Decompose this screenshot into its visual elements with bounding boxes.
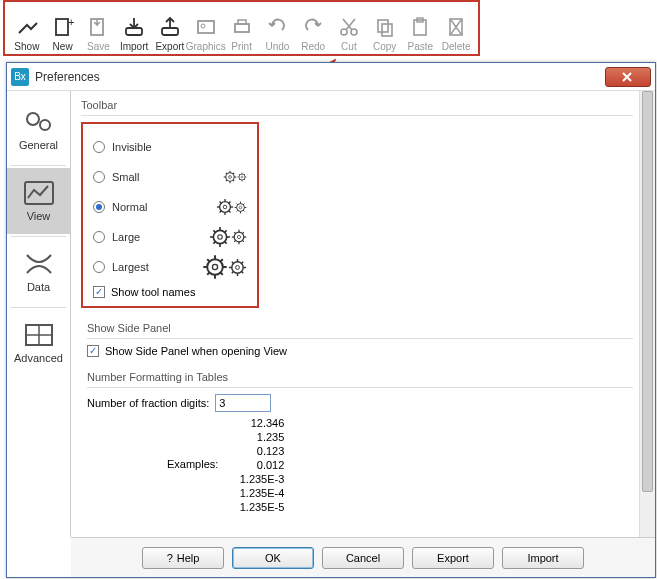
example-value: 1.235 [224, 430, 284, 444]
gear-preview-icon [202, 254, 247, 280]
app-toolbar-callout: Show+NewSaveImportExportGraphicsPrintUnd… [3, 0, 480, 56]
dna-icon [23, 251, 55, 277]
svg-rect-8 [238, 20, 246, 24]
scrollbar[interactable] [639, 91, 655, 537]
ok-button[interactable]: OK [232, 547, 314, 569]
tab-label: General [19, 139, 58, 151]
svg-line-92 [207, 272, 210, 275]
show-tool-names-checkbox[interactable] [93, 286, 105, 298]
gears-icon [23, 109, 55, 135]
export-button[interactable]: Export [412, 547, 494, 569]
toolbar-size-radio-normal[interactable] [93, 201, 105, 213]
svg-point-54 [239, 206, 242, 209]
button-label: OK [265, 552, 281, 564]
tool-label: Print [231, 41, 252, 52]
toolbar-paste[interactable]: Paste [403, 4, 439, 52]
toolbar-save[interactable]: Save [81, 4, 117, 52]
example-value: 1.235E-4 [224, 486, 284, 500]
preferences-dialog: Bx Preferences General View Data [6, 62, 656, 578]
toolbar-show[interactable]: Show [9, 4, 45, 52]
show-side-panel-checkbox[interactable] [87, 345, 99, 357]
toolbar-export[interactable]: Export [152, 4, 188, 52]
example-value: 0.012 [224, 458, 284, 472]
import-button[interactable]: Import [502, 547, 584, 569]
tab-data[interactable]: Data [7, 239, 70, 305]
button-label: Help [177, 552, 200, 564]
svg-text:+: + [68, 16, 74, 28]
radio-label: Normal [112, 201, 147, 213]
svg-line-50 [229, 211, 231, 213]
example-value: 1.235E-5 [224, 500, 284, 514]
export-icon [159, 16, 181, 38]
save-icon [87, 16, 109, 38]
svg-line-60 [243, 210, 244, 211]
tool-label: Export [155, 41, 184, 52]
svg-line-89 [207, 259, 210, 262]
tab-view[interactable]: View [7, 168, 70, 234]
close-icon [622, 72, 634, 82]
graphics-icon [195, 16, 217, 38]
show-tool-names-label: Show tool names [111, 286, 195, 298]
svg-point-18 [40, 120, 50, 130]
svg-point-24 [229, 176, 232, 179]
toolbar-redo[interactable]: Redo [295, 4, 331, 52]
svg-line-62 [237, 210, 238, 211]
cut-icon [338, 16, 360, 38]
fraction-digits-input[interactable] [215, 394, 271, 412]
example-value: 1.235E-3 [224, 472, 284, 486]
tab-label: View [27, 210, 51, 222]
example-value: 12.346 [224, 416, 284, 430]
gear-preview-icon [223, 170, 247, 184]
svg-rect-5 [198, 21, 214, 33]
content-pane: Toolbar InvisibleSmallNormalLargeLargest… [71, 91, 655, 537]
toolbar-print[interactable]: Print [224, 4, 260, 52]
toolbar-copy[interactable]: Copy [367, 4, 403, 52]
svg-point-17 [27, 113, 39, 125]
svg-line-39 [239, 174, 240, 175]
scrollbar-thumb[interactable] [642, 91, 653, 492]
toolbar-new[interactable]: +New [45, 4, 81, 52]
radio-label: Small [112, 171, 140, 183]
close-button[interactable] [605, 67, 651, 87]
app-icon: Bx [11, 68, 29, 86]
svg-line-41 [244, 174, 245, 175]
toolbar-delete[interactable]: Delete [438, 4, 474, 52]
tab-general[interactable]: General [7, 97, 70, 163]
cancel-button[interactable]: Cancel [322, 547, 404, 569]
svg-rect-0 [56, 19, 68, 35]
svg-rect-4 [162, 28, 178, 35]
tool-label: Paste [408, 41, 434, 52]
fraction-digits-label: Number of fraction digits: [87, 397, 209, 409]
toolbar-graphics[interactable]: Graphics [188, 4, 224, 52]
example-value: 0.123 [224, 444, 284, 458]
button-label: Export [437, 552, 469, 564]
number-format-heading: Number Formatting in Tables [87, 371, 633, 383]
svg-line-71 [224, 230, 226, 232]
toolbar-import[interactable]: Import [116, 4, 152, 52]
radio-label: Largest [112, 261, 149, 273]
svg-line-70 [224, 241, 226, 243]
svg-point-44 [223, 205, 227, 209]
tool-label: Cut [341, 41, 357, 52]
dialog-title: Preferences [35, 70, 100, 84]
svg-line-61 [243, 203, 244, 204]
svg-line-90 [220, 272, 223, 275]
toolbar-size-radio-large[interactable] [93, 231, 105, 243]
toolbar-size-radio-small[interactable] [93, 171, 105, 183]
toolbar-size-radio-invisible[interactable] [93, 141, 105, 153]
toolbar-undo[interactable]: Undo [260, 4, 296, 52]
examples-label: Examples: [167, 458, 224, 472]
help-button[interactable]: ?Help [142, 547, 224, 569]
toolbar-size-radio-largest[interactable] [93, 261, 105, 273]
svg-line-29 [226, 173, 227, 174]
copy-icon [374, 16, 396, 38]
svg-line-99 [232, 261, 234, 263]
tab-advanced[interactable]: Advanced [7, 310, 70, 376]
tool-label: Import [120, 41, 148, 52]
dialog-button-bar: ?Help OK Cancel Export Import [71, 537, 655, 577]
radio-label: Large [112, 231, 140, 243]
toolbar-cut[interactable]: Cut [331, 4, 367, 52]
svg-point-34 [241, 176, 243, 178]
svg-line-69 [213, 230, 215, 232]
toolbar-options-callout: InvisibleSmallNormalLargeLargestShow too… [81, 122, 259, 308]
